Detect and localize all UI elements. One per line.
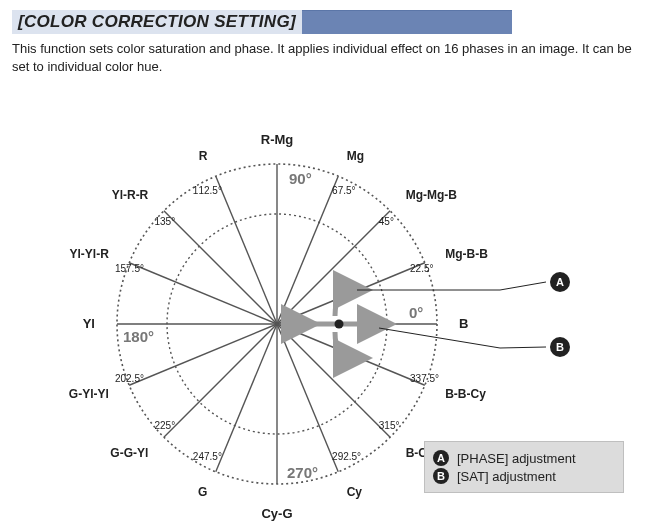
spoke-degree: 157.5° xyxy=(115,263,144,274)
section-description: This function sets color saturation and … xyxy=(12,40,635,75)
deg-right: 0° xyxy=(409,304,423,321)
deg-bottom: 270° xyxy=(287,464,318,481)
callout-b-line xyxy=(379,328,546,348)
spoke-name: B xyxy=(459,316,468,331)
callout-badge-b-text: B xyxy=(556,341,564,353)
spoke-degree: 315° xyxy=(379,420,400,431)
axis-bottom: Cy-G xyxy=(261,506,292,521)
spoke-degree: 22.5° xyxy=(410,263,433,274)
spoke-degree: 45° xyxy=(379,216,394,227)
section-title-bar: [COLOR CORRECTION SETTING] xyxy=(12,10,635,34)
legend-box: A [PHASE] adjustment B [SAT] adjustment xyxy=(424,441,624,493)
spoke-name: G xyxy=(198,485,207,499)
spoke-name: R xyxy=(199,149,208,163)
spoke-name: Cy xyxy=(347,485,363,499)
spoke-name: Mg-B-B xyxy=(445,247,488,261)
spoke-name: Yl-R-R xyxy=(112,188,149,202)
legend-row-sat: B [SAT] adjustment xyxy=(433,468,615,484)
spoke-name: Mg xyxy=(347,149,364,163)
legend-row-phase: A [PHASE] adjustment xyxy=(433,450,615,466)
legend-badge-a-icon: A xyxy=(433,450,449,466)
deg-left: 180° xyxy=(123,328,154,345)
spoke xyxy=(164,211,277,324)
callout-badge-a-text: A xyxy=(556,276,564,288)
spoke-name: G-Yl-Yl xyxy=(69,387,109,401)
section-title: [COLOR CORRECTION SETTING] xyxy=(18,12,296,32)
handle-dot-icon xyxy=(335,320,344,329)
section-title-block: [COLOR CORRECTION SETTING] xyxy=(12,10,302,34)
legend-badge-b-icon: B xyxy=(433,468,449,484)
vectorscope-diagram: B22.5°Mg-B-B45°Mg-Mg-B67.5°Mg112.5°R135°… xyxy=(12,79,632,530)
callout-a-line xyxy=(357,282,546,290)
spoke xyxy=(164,324,277,437)
spoke-degree: 135° xyxy=(154,216,175,227)
spoke-name: B-B-Cy xyxy=(445,387,486,401)
axis-top: R-Mg xyxy=(261,132,294,147)
spoke-degree: 112.5° xyxy=(193,185,222,196)
title-accent-stripe xyxy=(302,10,512,34)
spoke-degree: 337.5° xyxy=(410,373,439,384)
spoke-degree: 292.5° xyxy=(332,451,361,462)
spoke-degree: 225° xyxy=(154,420,175,431)
spoke-name: Yl-Yl-R xyxy=(70,247,110,261)
legend-text-phase: [PHASE] adjustment xyxy=(457,451,576,466)
spoke-name: G-G-Yl xyxy=(110,446,148,460)
legend-text-sat: [SAT] adjustment xyxy=(457,469,556,484)
spoke-name: Mg-Mg-B xyxy=(406,188,458,202)
deg-top: 90° xyxy=(289,170,312,187)
spoke-degree: 247.5° xyxy=(193,451,222,462)
spoke-degree: 202.5° xyxy=(115,373,144,384)
spoke-degree: 67.5° xyxy=(332,185,355,196)
spoke-name: Yl xyxy=(83,316,95,331)
